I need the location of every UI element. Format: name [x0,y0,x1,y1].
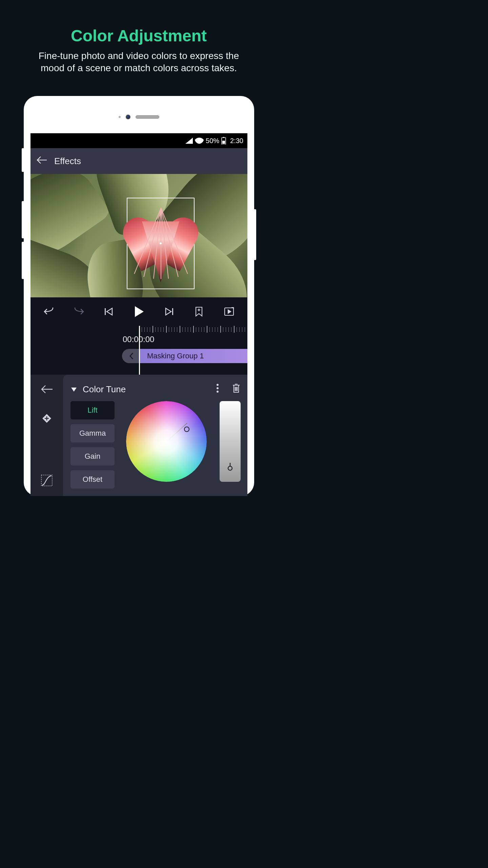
color-wheel-handle[interactable] [184,427,189,432]
more-options-button[interactable] [216,383,219,395]
skip-end-button[interactable] [160,307,178,316]
fullscreen-play-button[interactable] [220,307,238,316]
luminance-slider[interactable] [220,401,241,482]
battery-icon [221,137,226,144]
device-side-button [254,209,256,260]
curve-editor-button[interactable] [41,474,53,488]
svg-rect-4 [105,308,106,315]
tab-gain[interactable]: Gain [70,447,115,466]
delete-button[interactable] [232,383,241,396]
effect-panel: Color Tune Lift Gamma Gain Offset [30,375,247,494]
status-time: 2:30 [230,137,243,145]
mask-selection-box[interactable] [127,198,195,289]
clip-label: Masking Group 1 [147,352,204,360]
panel-back-button[interactable] [41,385,53,395]
tune-tabs: Lift Gamma Gain Offset [70,401,115,489]
video-preview[interactable] [30,174,247,297]
battery-percent: 50% [206,137,219,145]
timeline-current-time: 00:00:00 [123,335,154,344]
panel-header: Color Tune [70,381,241,398]
skip-start-button[interactable] [100,307,118,316]
panel-title: Color Tune [83,384,126,395]
panel-sidebar [30,375,63,494]
tab-lift[interactable]: Lift [70,401,115,419]
device-side-button [22,201,24,238]
timeline-clip[interactable]: Masking Group 1 [140,349,247,363]
add-bookmark-button[interactable] [190,307,208,317]
tab-gamma[interactable]: Gamma [70,424,115,442]
svg-rect-7 [41,475,52,486]
svg-rect-3 [223,137,224,138]
svg-rect-2 [222,141,225,144]
promo-title: Color Adjustment [0,26,278,45]
app-header: Effects [30,148,247,174]
timeline[interactable]: 00:00:00 Masking Group 1 [30,326,247,375]
svg-point-11 [228,466,232,470]
track-scroll-left-button[interactable] [122,349,141,363]
timeline-ruler [139,326,247,333]
transport-bar [30,297,247,326]
panel-main: Color Tune Lift Gamma Gain Offset [63,375,247,494]
device-side-button [22,148,24,172]
playhead[interactable] [139,326,140,375]
play-button[interactable] [130,305,148,318]
svg-point-9 [217,387,219,389]
device-side-button [22,242,24,279]
color-wheel[interactable] [126,401,207,482]
device-frame: 50% 2:30 Effects [24,96,254,494]
status-bar: 50% 2:30 [30,133,247,148]
device-screen: 50% 2:30 Effects [30,133,247,494]
promo-subtitle: Fine-tune photo and video colors to expr… [0,50,278,75]
wifi-icon [195,137,204,144]
back-arrow-icon[interactable] [37,156,47,166]
svg-point-10 [217,391,219,393]
svg-point-8 [217,384,219,386]
add-keyframe-button[interactable] [42,413,52,425]
svg-rect-5 [172,308,173,315]
tab-offset[interactable]: Offset [70,470,115,489]
luminance-handle[interactable] [226,463,234,471]
cellular-icon [185,138,193,144]
svg-point-0 [199,142,200,143]
device-camera [119,115,159,119]
app-header-title: Effects [54,156,81,166]
undo-button[interactable] [40,307,58,316]
mask-center-handle[interactable] [160,242,162,244]
redo-button[interactable] [70,307,88,316]
collapse-icon[interactable] [70,384,77,395]
